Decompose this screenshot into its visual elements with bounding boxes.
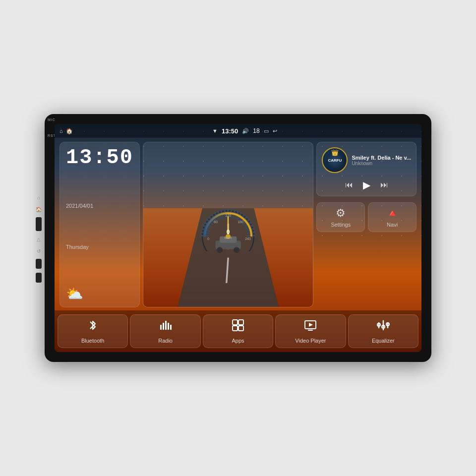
back-side-icon[interactable]: ↺ bbox=[36, 247, 42, 255]
bluetooth-button[interactable]: Bluetooth bbox=[58, 314, 128, 348]
home2-side-icon[interactable]: △ bbox=[36, 235, 42, 243]
navi-icon: 🔺 bbox=[386, 207, 399, 220]
next-button[interactable]: ⏭ bbox=[380, 180, 388, 189]
album-art: 👑 CARFU bbox=[322, 147, 348, 173]
main-content: 13:50 2021/04/01 Thursday ⛅ bbox=[55, 138, 421, 310]
clock-time: 13:50 bbox=[66, 147, 133, 168]
svg-text:0: 0 bbox=[207, 237, 209, 240]
music-widget: 👑 CARFU Smiley ft. Delia - Ne v... Unkno… bbox=[316, 142, 416, 196]
video-button[interactable]: Video Player bbox=[275, 314, 346, 348]
widgets-row: 13:50 2021/04/01 Thursday ⛅ bbox=[55, 138, 421, 310]
equalizer-icon bbox=[377, 319, 390, 335]
svg-rect-19 bbox=[163, 323, 164, 330]
settings-label: Settings bbox=[331, 222, 351, 228]
back-status-icon[interactable]: ↩ bbox=[273, 128, 277, 134]
bluetooth-icon bbox=[86, 319, 99, 335]
music-title: Smiley ft. Delia - Ne v... bbox=[352, 155, 411, 161]
home-icon[interactable]: ⌂ bbox=[60, 128, 63, 134]
crown-icon: 👑 bbox=[331, 149, 339, 156]
status-bar: ⌂ 🏠 ▼ 13:50 🔊 18 ▭ ↩ bbox=[55, 124, 421, 138]
speedo-container: 0 60 120 180 240 0 km/h bbox=[196, 198, 260, 251]
apps-button[interactable]: Apps bbox=[203, 314, 273, 348]
music-top: 👑 CARFU Smiley ft. Delia - Ne v... Unkno… bbox=[317, 142, 416, 176]
svg-text:180: 180 bbox=[238, 220, 243, 224]
svg-rect-18 bbox=[160, 325, 162, 330]
video-label: Video Player bbox=[295, 338, 326, 344]
play-button[interactable]: ▶ bbox=[363, 179, 370, 191]
svg-text:0: 0 bbox=[227, 229, 230, 236]
svg-rect-22 bbox=[170, 325, 172, 330]
radio-icon bbox=[159, 319, 172, 335]
weather-icon: ⛅ bbox=[66, 286, 83, 302]
music-controls: ⏮ ▶ ⏭ bbox=[317, 176, 416, 196]
battery-icon: ▭ bbox=[264, 128, 269, 134]
status-time: 13:50 bbox=[222, 127, 238, 135]
video-icon bbox=[304, 319, 317, 335]
svg-rect-20 bbox=[165, 321, 167, 330]
radio-button[interactable]: Radio bbox=[130, 314, 200, 348]
svg-rect-25 bbox=[233, 326, 238, 331]
apps-icon bbox=[232, 319, 244, 335]
screen: ⌂ 🏠 ▼ 13:50 🔊 18 ▭ ↩ 13:50 2021/04/01 bbox=[55, 124, 421, 352]
svg-rect-29 bbox=[308, 330, 313, 331]
volume-level: 18 bbox=[253, 127, 259, 134]
wifi-icon: ▼ bbox=[212, 128, 218, 134]
svg-text:60: 60 bbox=[214, 220, 218, 224]
settings-icon: ⚙ bbox=[336, 207, 346, 220]
apps-label: Apps bbox=[232, 338, 244, 344]
settings-button[interactable]: ⚙ Settings bbox=[316, 202, 365, 232]
vol-up-btn[interactable] bbox=[36, 259, 42, 269]
clock-date: 2021/04/01 bbox=[66, 203, 93, 209]
side-buttons: ⌂ 🏠 △ ↺ bbox=[36, 193, 42, 283]
bluetooth-label: Bluetooth bbox=[81, 338, 104, 344]
navi-label: Navi bbox=[387, 222, 398, 228]
navi-button[interactable]: 🔺 Navi bbox=[368, 202, 416, 232]
house-side-icon[interactable]: 🏠 bbox=[36, 205, 42, 213]
volume-icon: 🔊 bbox=[242, 128, 249, 134]
music-info: Smiley ft. Delia - Ne v... Unknown bbox=[352, 155, 411, 166]
radio-label: Radio bbox=[158, 338, 173, 344]
svg-text:km/h: km/h bbox=[225, 236, 232, 239]
bottom-bar: Bluetooth Radio bbox=[55, 310, 421, 352]
svg-rect-26 bbox=[238, 326, 243, 331]
svg-rect-24 bbox=[238, 320, 243, 325]
mic-label: MIC bbox=[48, 118, 56, 121]
music-artist: Unknown bbox=[352, 161, 411, 166]
home-side-icon[interactable]: ⌂ bbox=[36, 193, 42, 201]
power-side-btn[interactable] bbox=[36, 217, 42, 231]
speedometer-svg: 0 60 120 180 240 0 km/h bbox=[196, 202, 260, 251]
svg-marker-28 bbox=[309, 323, 313, 327]
equalizer-label: Equalizer bbox=[372, 338, 395, 344]
status-center: ▼ 13:50 🔊 18 ▭ ↩ bbox=[212, 127, 277, 135]
right-column: 👑 CARFU Smiley ft. Delia - Ne v... Unkno… bbox=[316, 142, 416, 307]
svg-rect-23 bbox=[233, 320, 238, 325]
svg-rect-21 bbox=[168, 323, 169, 330]
speed-widget: 0 60 120 180 240 0 km/h bbox=[143, 142, 313, 307]
device-body: MIC RST ⌂ 🏠 △ ↺ ⌂ 🏠 ▼ 13:50 🔊 18 ▭ ↩ bbox=[45, 114, 431, 362]
equalizer-button[interactable]: Equalizer bbox=[348, 314, 418, 348]
status-left: ⌂ 🏠 bbox=[60, 128, 73, 134]
vol-down-btn[interactable] bbox=[36, 273, 42, 283]
house-icon[interactable]: 🏠 bbox=[66, 128, 73, 134]
carfu-text: CARFU bbox=[328, 158, 342, 163]
settings-navi-row: ⚙ Settings 🔺 Navi bbox=[316, 202, 416, 232]
prev-button[interactable]: ⏮ bbox=[345, 180, 353, 189]
clock-widget: 13:50 2021/04/01 Thursday ⛅ bbox=[60, 142, 140, 307]
svg-text:120: 120 bbox=[225, 214, 231, 217]
svg-text:240: 240 bbox=[245, 237, 251, 240]
clock-day: Thursday bbox=[66, 244, 89, 250]
